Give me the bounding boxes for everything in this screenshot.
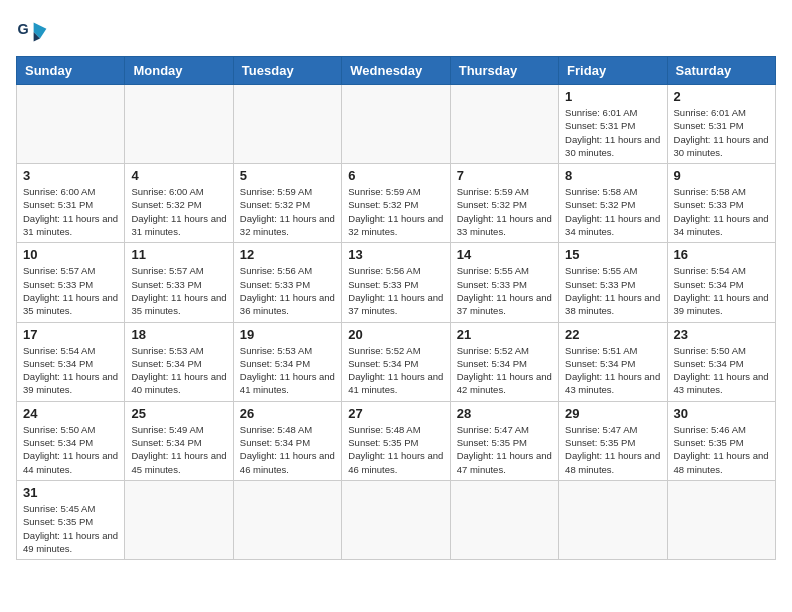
day-info: Sunrise: 5:48 AM Sunset: 5:35 PM Dayligh… <box>348 423 443 476</box>
day-number: 24 <box>23 406 118 421</box>
calendar-cell: 30Sunrise: 5:46 AM Sunset: 5:35 PM Dayli… <box>667 401 775 480</box>
calendar-cell: 1Sunrise: 6:01 AM Sunset: 5:31 PM Daylig… <box>559 85 667 164</box>
day-info: Sunrise: 5:59 AM Sunset: 5:32 PM Dayligh… <box>457 185 552 238</box>
calendar-cell: 4Sunrise: 6:00 AM Sunset: 5:32 PM Daylig… <box>125 164 233 243</box>
day-number: 22 <box>565 327 660 342</box>
calendar-cell: 26Sunrise: 5:48 AM Sunset: 5:34 PM Dayli… <box>233 401 341 480</box>
calendar-cell <box>17 85 125 164</box>
calendar-cell <box>233 480 341 559</box>
calendar-cell: 12Sunrise: 5:56 AM Sunset: 5:33 PM Dayli… <box>233 243 341 322</box>
day-info: Sunrise: 5:47 AM Sunset: 5:35 PM Dayligh… <box>565 423 660 476</box>
col-tuesday: Tuesday <box>233 57 341 85</box>
day-info: Sunrise: 5:50 AM Sunset: 5:34 PM Dayligh… <box>23 423 118 476</box>
day-info: Sunrise: 5:52 AM Sunset: 5:34 PM Dayligh… <box>457 344 552 397</box>
day-number: 19 <box>240 327 335 342</box>
calendar-cell: 22Sunrise: 5:51 AM Sunset: 5:34 PM Dayli… <box>559 322 667 401</box>
day-info: Sunrise: 5:50 AM Sunset: 5:34 PM Dayligh… <box>674 344 769 397</box>
calendar-cell: 27Sunrise: 5:48 AM Sunset: 5:35 PM Dayli… <box>342 401 450 480</box>
calendar-cell: 31Sunrise: 5:45 AM Sunset: 5:35 PM Dayli… <box>17 480 125 559</box>
calendar-cell: 25Sunrise: 5:49 AM Sunset: 5:34 PM Dayli… <box>125 401 233 480</box>
calendar-cell: 13Sunrise: 5:56 AM Sunset: 5:33 PM Dayli… <box>342 243 450 322</box>
day-number: 29 <box>565 406 660 421</box>
day-info: Sunrise: 5:58 AM Sunset: 5:33 PM Dayligh… <box>674 185 769 238</box>
day-number: 5 <box>240 168 335 183</box>
day-info: Sunrise: 5:57 AM Sunset: 5:33 PM Dayligh… <box>131 264 226 317</box>
calendar-cell: 5Sunrise: 5:59 AM Sunset: 5:32 PM Daylig… <box>233 164 341 243</box>
day-number: 30 <box>674 406 769 421</box>
day-info: Sunrise: 5:58 AM Sunset: 5:32 PM Dayligh… <box>565 185 660 238</box>
calendar-cell: 3Sunrise: 6:00 AM Sunset: 5:31 PM Daylig… <box>17 164 125 243</box>
calendar-cell <box>125 480 233 559</box>
page-header: G <box>16 16 776 48</box>
day-number: 14 <box>457 247 552 262</box>
day-number: 27 <box>348 406 443 421</box>
day-number: 13 <box>348 247 443 262</box>
day-info: Sunrise: 5:54 AM Sunset: 5:34 PM Dayligh… <box>674 264 769 317</box>
day-number: 28 <box>457 406 552 421</box>
day-info: Sunrise: 5:46 AM Sunset: 5:35 PM Dayligh… <box>674 423 769 476</box>
day-number: 10 <box>23 247 118 262</box>
day-info: Sunrise: 5:56 AM Sunset: 5:33 PM Dayligh… <box>348 264 443 317</box>
col-thursday: Thursday <box>450 57 558 85</box>
day-number: 17 <box>23 327 118 342</box>
calendar-cell: 28Sunrise: 5:47 AM Sunset: 5:35 PM Dayli… <box>450 401 558 480</box>
col-sunday: Sunday <box>17 57 125 85</box>
calendar-cell: 2Sunrise: 6:01 AM Sunset: 5:31 PM Daylig… <box>667 85 775 164</box>
calendar-cell: 29Sunrise: 5:47 AM Sunset: 5:35 PM Dayli… <box>559 401 667 480</box>
svg-text:G: G <box>18 21 29 37</box>
day-number: 2 <box>674 89 769 104</box>
day-info: Sunrise: 5:47 AM Sunset: 5:35 PM Dayligh… <box>457 423 552 476</box>
calendar-cell: 14Sunrise: 5:55 AM Sunset: 5:33 PM Dayli… <box>450 243 558 322</box>
calendar-cell: 6Sunrise: 5:59 AM Sunset: 5:32 PM Daylig… <box>342 164 450 243</box>
calendar-cell: 21Sunrise: 5:52 AM Sunset: 5:34 PM Dayli… <box>450 322 558 401</box>
calendar-cell: 15Sunrise: 5:55 AM Sunset: 5:33 PM Dayli… <box>559 243 667 322</box>
calendar-cell: 9Sunrise: 5:58 AM Sunset: 5:33 PM Daylig… <box>667 164 775 243</box>
day-info: Sunrise: 5:53 AM Sunset: 5:34 PM Dayligh… <box>131 344 226 397</box>
calendar-cell <box>450 85 558 164</box>
day-info: Sunrise: 5:54 AM Sunset: 5:34 PM Dayligh… <box>23 344 118 397</box>
day-info: Sunrise: 5:57 AM Sunset: 5:33 PM Dayligh… <box>23 264 118 317</box>
calendar-cell: 10Sunrise: 5:57 AM Sunset: 5:33 PM Dayli… <box>17 243 125 322</box>
day-number: 9 <box>674 168 769 183</box>
day-number: 3 <box>23 168 118 183</box>
day-number: 25 <box>131 406 226 421</box>
logo-icon: G <box>16 16 48 48</box>
col-wednesday: Wednesday <box>342 57 450 85</box>
day-info: Sunrise: 6:00 AM Sunset: 5:31 PM Dayligh… <box>23 185 118 238</box>
calendar-cell: 18Sunrise: 5:53 AM Sunset: 5:34 PM Dayli… <box>125 322 233 401</box>
calendar-cell <box>559 480 667 559</box>
day-info: Sunrise: 5:51 AM Sunset: 5:34 PM Dayligh… <box>565 344 660 397</box>
day-number: 6 <box>348 168 443 183</box>
day-info: Sunrise: 6:00 AM Sunset: 5:32 PM Dayligh… <box>131 185 226 238</box>
calendar-cell: 11Sunrise: 5:57 AM Sunset: 5:33 PM Dayli… <box>125 243 233 322</box>
col-monday: Monday <box>125 57 233 85</box>
calendar-cell <box>342 85 450 164</box>
day-info: Sunrise: 5:49 AM Sunset: 5:34 PM Dayligh… <box>131 423 226 476</box>
day-info: Sunrise: 5:52 AM Sunset: 5:34 PM Dayligh… <box>348 344 443 397</box>
day-number: 20 <box>348 327 443 342</box>
day-number: 15 <box>565 247 660 262</box>
day-info: Sunrise: 6:01 AM Sunset: 5:31 PM Dayligh… <box>674 106 769 159</box>
day-info: Sunrise: 5:45 AM Sunset: 5:35 PM Dayligh… <box>23 502 118 555</box>
day-info: Sunrise: 6:01 AM Sunset: 5:31 PM Dayligh… <box>565 106 660 159</box>
day-info: Sunrise: 5:55 AM Sunset: 5:33 PM Dayligh… <box>565 264 660 317</box>
calendar-cell: 16Sunrise: 5:54 AM Sunset: 5:34 PM Dayli… <box>667 243 775 322</box>
day-number: 8 <box>565 168 660 183</box>
calendar-cell <box>342 480 450 559</box>
calendar-header-row: Sunday Monday Tuesday Wednesday Thursday… <box>17 57 776 85</box>
day-info: Sunrise: 5:56 AM Sunset: 5:33 PM Dayligh… <box>240 264 335 317</box>
day-number: 23 <box>674 327 769 342</box>
calendar-cell <box>125 85 233 164</box>
day-number: 11 <box>131 247 226 262</box>
calendar-cell <box>450 480 558 559</box>
day-number: 21 <box>457 327 552 342</box>
day-info: Sunrise: 5:53 AM Sunset: 5:34 PM Dayligh… <box>240 344 335 397</box>
day-number: 26 <box>240 406 335 421</box>
calendar-cell: 7Sunrise: 5:59 AM Sunset: 5:32 PM Daylig… <box>450 164 558 243</box>
day-number: 7 <box>457 168 552 183</box>
calendar-cell: 19Sunrise: 5:53 AM Sunset: 5:34 PM Dayli… <box>233 322 341 401</box>
col-saturday: Saturday <box>667 57 775 85</box>
logo: G <box>16 16 52 48</box>
day-number: 12 <box>240 247 335 262</box>
calendar-cell <box>233 85 341 164</box>
